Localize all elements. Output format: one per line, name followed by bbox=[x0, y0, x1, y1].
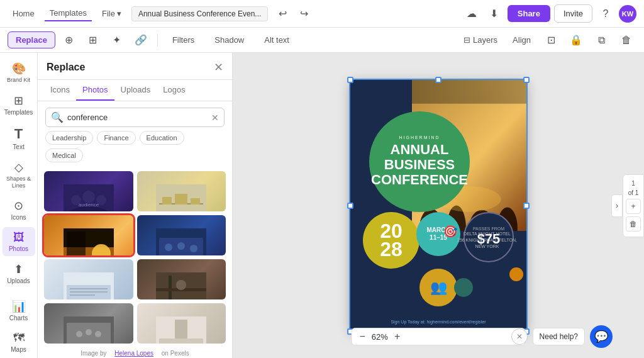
sidebar-item-photos[interactable]: 🖼 Photos bbox=[3, 227, 35, 256]
poster-people-circle: 👥 bbox=[419, 269, 457, 306]
sidebar-item-templates[interactable]: ⊞ Templates bbox=[3, 90, 35, 120]
poster-canvas[interactable]: HIGHERMIND ANNUAL BUSINESS CONFERENCE 20… bbox=[350, 80, 526, 332]
need-help-label: Need help? bbox=[533, 328, 585, 345]
photo-item-8[interactable]: event bbox=[137, 303, 226, 344]
link-icon[interactable]: 🔗 bbox=[131, 30, 151, 50]
brand-kit-icon: 🎨 bbox=[12, 62, 26, 76]
align-button[interactable]: Align bbox=[508, 33, 536, 47]
align-label: Align bbox=[513, 35, 531, 45]
zoom-out-button[interactable]: − bbox=[358, 331, 367, 342]
tab-uploads[interactable]: Uploads bbox=[114, 80, 157, 101]
search-box[interactable]: 🔍 ✕ bbox=[45, 108, 225, 127]
replace-button[interactable]: Replace bbox=[8, 31, 55, 48]
photos-icon: 🖼 bbox=[13, 231, 25, 244]
sidebar-item-maps[interactable]: 🗺 Maps bbox=[3, 328, 35, 357]
sidebar-item-charts[interactable]: 📊 Charts bbox=[3, 296, 35, 325]
need-help-widget: ✕ Need help? 💬 bbox=[511, 325, 613, 348]
brand-kit-label: Brand Kit bbox=[7, 77, 30, 84]
svg-point-20 bbox=[177, 242, 185, 250]
chip-medical[interactable]: Medical bbox=[45, 148, 83, 162]
toolbar-separator bbox=[157, 34, 158, 47]
page-delete-button[interactable]: 🗑 bbox=[626, 216, 641, 232]
photo-item-5[interactable]: seminar bbox=[44, 259, 133, 299]
filename-display[interactable]: Annual Business Conference Even... bbox=[131, 6, 268, 21]
search-clear-button[interactable]: ✕ bbox=[211, 113, 219, 123]
resize-icon[interactable]: ⊡ bbox=[541, 30, 561, 50]
page-add-button[interactable]: + bbox=[626, 199, 641, 214]
need-help-close-button[interactable]: ✕ bbox=[511, 328, 528, 345]
tab-icons[interactable]: Icons bbox=[44, 80, 76, 101]
canvas-area[interactable]: HIGHERMIND ANNUAL BUSINESS CONFERENCE 20… bbox=[233, 53, 644, 358]
chip-finance[interactable]: Finance bbox=[97, 131, 135, 145]
duplicate-icon[interactable]: ⧉ bbox=[591, 30, 611, 50]
lock-icon[interactable]: 🔒 bbox=[566, 30, 586, 50]
maps-icon: 🗺 bbox=[13, 332, 25, 345]
svg-point-37 bbox=[86, 329, 92, 335]
sidebar-item-brand-kit[interactable]: 🎨 Brand Kit bbox=[3, 58, 35, 87]
uploads-icon: ⬆ bbox=[14, 262, 23, 276]
svg-rect-40 bbox=[175, 320, 187, 338]
photo-item-1[interactable]: audience bbox=[44, 171, 133, 211]
sidebar-item-uploads[interactable]: ⬆ Uploads bbox=[3, 259, 35, 288]
poster-target-icon: 🎯 bbox=[443, 225, 457, 238]
invite-button[interactable]: Invite bbox=[554, 4, 592, 23]
charts-label: Charts bbox=[9, 315, 28, 322]
photo-item-4[interactable]: conference bbox=[137, 215, 226, 255]
sidebar-item-text[interactable]: T Text bbox=[3, 122, 35, 154]
collapse-panel-button[interactable]: › bbox=[611, 194, 623, 217]
delete-icon[interactable]: 🗑 bbox=[616, 30, 636, 50]
help-button[interactable]: ? bbox=[596, 4, 615, 23]
download-button[interactable]: ⬇ bbox=[485, 4, 504, 23]
sidebar-item-icons[interactable]: ⊙ Icons bbox=[3, 195, 35, 225]
cloud-button[interactable]: ☁ bbox=[462, 4, 481, 23]
undo-redo-group: ↩ ↪ bbox=[273, 4, 313, 23]
effects-icon[interactable]: ✦ bbox=[107, 30, 127, 50]
zoom-bar: − 62% + bbox=[352, 328, 526, 345]
panel-header: Replace ✕ bbox=[38, 53, 232, 80]
zoom-in-button[interactable]: + bbox=[393, 331, 401, 342]
panel-tabs: Icons Photos Uploads Logos bbox=[38, 80, 232, 101]
layers-button[interactable]: ⊟ Layers bbox=[458, 33, 502, 47]
chat-button[interactable]: 💬 bbox=[590, 325, 613, 348]
redo-button[interactable]: ↪ bbox=[294, 4, 313, 23]
photo-credit: Image by Helena Lopes on Pexels bbox=[38, 347, 232, 358]
shadow-button[interactable]: Shadow bbox=[206, 31, 252, 48]
templates-tab[interactable]: Templates bbox=[45, 6, 92, 21]
icons-label: Icons bbox=[11, 214, 26, 221]
transform-icon[interactable]: ⊞ bbox=[83, 30, 103, 50]
svg-point-21 bbox=[190, 245, 197, 252]
tab-photos[interactable]: Photos bbox=[76, 80, 114, 101]
photos-label: Photos bbox=[9, 245, 28, 252]
svg-rect-30 bbox=[169, 276, 172, 299]
page-total: of 1 bbox=[628, 189, 639, 196]
sidebar-item-shapes[interactable]: ◇ Shapes & Lines bbox=[3, 157, 35, 193]
alt-text-button[interactable]: Alt text bbox=[256, 31, 297, 48]
poster-year-circle: 20 28 bbox=[363, 212, 419, 269]
crop-icon[interactable]: ⊕ bbox=[59, 30, 79, 50]
photo-item-2[interactable]: meeting bbox=[137, 171, 226, 211]
file-menu[interactable]: File ▾ bbox=[97, 6, 126, 21]
svg-rect-27 bbox=[70, 294, 95, 296]
layers-icon: ⊟ bbox=[464, 35, 470, 45]
photo-item-6[interactable]: presenter bbox=[137, 259, 226, 299]
avatar[interactable]: KW bbox=[619, 5, 636, 23]
zoom-level: 62% bbox=[372, 332, 388, 342]
photo-item-7[interactable] bbox=[44, 303, 133, 344]
photo-item-3[interactable]: speaker bbox=[44, 215, 133, 255]
filters-button[interactable]: Filters bbox=[164, 31, 203, 48]
toolbar-right-actions: ⊟ Layers Align ⊡ 🔒 ⧉ 🗑 bbox=[458, 30, 636, 50]
secondary-toolbar: Replace ⊕ ⊞ ✦ 🔗 Filters Shadow Alt text … bbox=[0, 28, 644, 53]
page-current: 1 bbox=[631, 180, 635, 187]
poster-title: ANNUAL BUSINESS CONFERENCE bbox=[371, 142, 468, 188]
credit-link[interactable]: Helena Lopes bbox=[108, 347, 160, 358]
home-tab[interactable]: Home bbox=[8, 6, 40, 21]
search-input[interactable] bbox=[67, 113, 208, 122]
chip-education[interactable]: Education bbox=[140, 131, 184, 145]
chip-leadership[interactable]: Leadership bbox=[45, 131, 93, 145]
panel-close-button[interactable]: ✕ bbox=[214, 60, 223, 74]
tab-logos[interactable]: Logos bbox=[157, 80, 191, 101]
replace-panel: Replace ✕ Icons Photos Uploads Logos 🔍 ✕… bbox=[38, 53, 233, 358]
undo-button[interactable]: ↩ bbox=[273, 4, 292, 23]
poster-footer: Sign Up Today at: highermind.com/event/r… bbox=[350, 320, 526, 324]
share-button[interactable]: Share bbox=[508, 5, 550, 22]
